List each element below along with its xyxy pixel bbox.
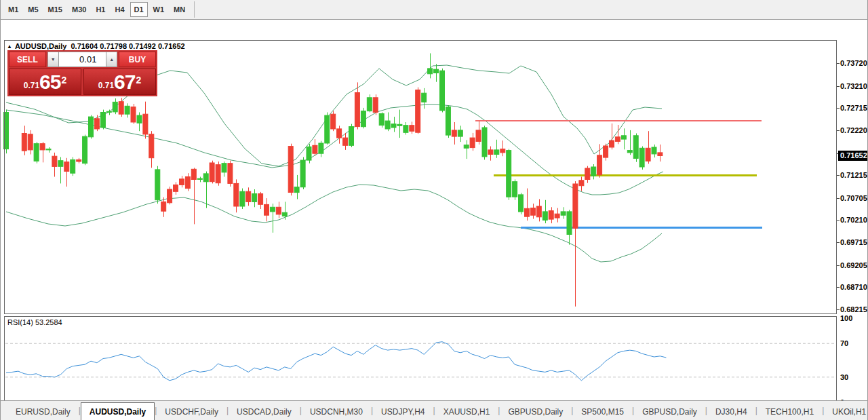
candle-body [197,178,202,179]
price-axis-label: 0.70210 [840,216,867,224]
lot-increase-button[interactable]: ▲ [106,52,117,67]
candle-body [294,187,299,193]
chart-tab-usdchf-2[interactable]: USDCHF,Daily [157,404,226,420]
candle-body [240,191,245,206]
candle-body [519,195,524,212]
bollinger-lower-band [6,185,662,262]
price-tick [837,108,840,109]
candle-body [379,114,384,126]
chart-tab-usdjpy-5[interactable]: USDJPY,H4 [373,404,433,420]
chart-tab-sp500-8[interactable]: SP500,M15 [573,404,632,420]
price-axis-label: 0.73720 [840,59,867,67]
candle-body [646,148,650,161]
candle-body [525,208,530,216]
candle-body [403,126,408,133]
price-axis-label: 0.73210 [840,82,867,90]
candle-body [185,177,190,189]
candle-body [621,136,626,139]
candle-body [440,71,445,111]
candle-body [40,144,45,150]
price-axis-label: 0.69715 [840,238,867,246]
lot-size-input[interactable]: 0.01 [59,52,106,67]
rsi-label: RSI(14) 53.2584 [7,318,62,326]
price-tick [837,130,840,131]
candle-body [94,119,99,129]
candle-body [367,98,372,111]
timeframe-button-m1[interactable]: M1 [4,2,22,17]
price-axis-label: 0.68215 [840,305,867,313]
chart-tab-eurusd-0[interactable]: EURUSD,Daily [7,404,79,420]
chart-window[interactable]: ▲AUDUSD,Daily 0.71604 0.71798 0.71492 0.… [1,20,868,400]
candle-body [507,151,511,197]
buy-button[interactable]: BUY [119,52,156,67]
candle-body [228,164,233,184]
price-tick [837,220,840,221]
candle-body [288,147,293,193]
ask-quote-button[interactable]: 0.71672 [83,69,156,95]
candle-body [446,107,450,136]
candle-body [373,98,378,113]
chart-tab-gbpusd-9[interactable]: GBPUSD,Daily [634,404,705,420]
candle-body [137,115,142,123]
timeframe-button-m15[interactable]: M15 [44,2,66,17]
spin-down-icon: ▼ [51,57,56,62]
chart-tab-usdcad-3[interactable]: USDCAD,Daily [229,404,300,420]
candle-body [639,148,644,167]
candle-body [77,159,81,161]
candle-body [89,117,94,137]
candle-body [337,129,342,138]
chart-title: ▲AUDUSD,Daily 0.71604 0.71798 0.71492 0.… [7,42,185,50]
candle-body [180,179,184,185]
chart-tab-gbpusd-7[interactable]: GBPUSD,Daily [500,404,571,420]
candle-body [513,182,517,197]
candle-body [464,145,469,149]
candle-body [416,90,420,133]
candle-body [597,155,602,175]
price-axis[interactable]: 0.737200.732100.727150.722200.717100.712… [837,40,868,403]
candle-body [591,167,596,176]
price-axis-label: 0.71215 [840,171,867,179]
candle-body [331,114,336,129]
candle-body [22,134,26,151]
chart-tab-ukoil-12[interactable]: UKOil,H1 [824,404,868,420]
chart-tab-xauusd-6[interactable]: XAUUSD,H1 [435,404,498,420]
candle-body [397,124,402,126]
timeframe-button-h1[interactable]: H1 [92,2,109,17]
ask-price-big: 67 [114,72,135,92]
bid-quote-button[interactable]: 0.71652 [9,69,81,95]
price-tick [837,198,840,199]
candle-body [222,164,226,172]
lot-decrease-button[interactable]: ▼ [47,52,59,67]
candle-body [615,137,620,142]
candle-body [428,69,433,74]
price-axis-label: 0.72715 [840,104,867,112]
candle-body [325,115,330,143]
chart-tab-usdcnh-4[interactable]: USDCNH,M30 [302,404,371,420]
candle-body [542,212,547,221]
chart-tab-dj30-10[interactable]: DJ30,H4 [707,404,755,420]
timeframe-button-mn[interactable]: MN [170,2,189,17]
candle-body [633,136,638,159]
timeframe-button-w1[interactable]: W1 [149,2,169,17]
sell-button[interactable]: SELL [9,52,46,67]
candle-body [258,194,263,205]
timeframe-button-h4[interactable]: H4 [111,2,128,17]
candle-body [191,169,196,179]
chart-tab-audusd-1[interactable]: AUDUSD,Daily [81,402,155,420]
candle-body [52,156,57,166]
chart-tab-tech100-11[interactable]: TECH100,H1 [757,404,822,420]
chart-symbol-period: AUDUSD,Daily [15,42,66,50]
candle-body [28,134,33,150]
bid-price-pip: 2 [61,69,66,91]
rsi-indicator-canvas[interactable] [1,316,837,403]
timeframe-button-m5[interactable]: M5 [24,2,42,17]
candle-body [155,170,160,200]
candle-body [149,134,154,158]
timeframe-button-d1[interactable]: D1 [130,2,148,17]
timeframe-button-m30[interactable]: M30 [68,2,90,17]
candle-body [119,102,123,115]
candle-body [34,144,39,161]
ask-price-small: 0.71 [98,79,114,92]
candle-body [555,214,559,218]
candle-body [276,207,281,214]
